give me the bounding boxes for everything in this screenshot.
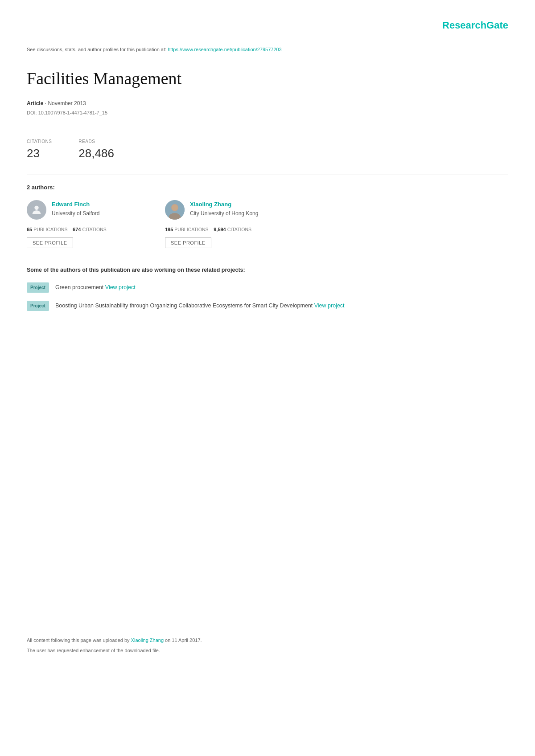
footer-text-after: on 11 April 2017. (164, 637, 202, 643)
publication-url[interactable]: https://www.researchgate.net/publication… (168, 47, 282, 52)
researchgate-logo: ResearchGate (442, 18, 508, 33)
project-item-0: Project Green procurement View project (27, 282, 508, 293)
related-projects-heading: Some of the authors of this publication … (27, 266, 508, 274)
reads-label: READS (78, 138, 114, 145)
article-date: November 2013 (48, 100, 86, 106)
author-top-1: Xiaoling Zhang City University of Hong K… (165, 200, 276, 220)
related-projects-section: Some of the authors of this publication … (27, 266, 508, 311)
author-name-0[interactable]: Edward Finch (52, 200, 99, 209)
citations-value: 23 (27, 145, 52, 162)
author-pub-count-0: 65 (27, 227, 32, 232)
author-affil-0: University of Salford (52, 209, 99, 217)
author-avatar-0 (27, 200, 46, 220)
project-text-1: Boosting Urban Sustainability through Or… (55, 302, 345, 310)
footer-text-before: All content following this page was uplo… (27, 637, 131, 643)
top-notice-text: See discussions, stats, and author profi… (27, 47, 168, 52)
reads-value: 28,486 (78, 145, 114, 162)
author-info-1: Xiaoling Zhang City University of Hong K… (190, 200, 258, 218)
author-cit-count-0: 674 (73, 227, 81, 232)
footer-disclaimer: The user has requested enhancement of th… (27, 647, 508, 654)
author-cit-label-1: CITATIONS (227, 227, 251, 232)
project-text-before-0: Green procurement (55, 284, 105, 290)
author-affil-1: City University of Hong Kong (190, 209, 258, 217)
article-meta: Article · November 2013 (27, 99, 508, 107)
project-badge-1: Project (27, 301, 49, 311)
author-avatar-1 (165, 200, 185, 220)
author-name-1[interactable]: Xiaoling Zhang (190, 200, 258, 209)
citations-block: CITATIONS 23 (27, 138, 52, 162)
authors-grid: Edward Finch University of Salford 65 PU… (27, 200, 508, 249)
project-text-before-1: Boosting Urban Sustainability through Or… (55, 302, 314, 309)
article-type: Article (27, 100, 43, 106)
author-pub-label-0: PUBLICATIONS (33, 227, 67, 232)
author-cit-count-1: 9,594 (214, 227, 226, 232)
person-icon (30, 204, 43, 216)
author-info-0: Edward Finch University of Salford (52, 200, 99, 218)
project-link-1[interactable]: View project (314, 302, 345, 309)
author-card-0: Edward Finch University of Salford 65 PU… (27, 200, 138, 249)
doi: DOI: 10.1007/978-1-4471-4781-7_15 (27, 109, 508, 117)
svg-point-4 (172, 204, 178, 211)
project-link-0[interactable]: View project (105, 284, 136, 290)
reads-block: READS 28,486 (78, 138, 114, 162)
footer-section: All content following this page was uplo… (27, 623, 508, 654)
author-card-1: Xiaoling Zhang City University of Hong K… (165, 200, 276, 249)
author-stats-0: 65 PUBLICATIONS 674 CITATIONS (27, 226, 138, 233)
page-title: Facilities Management (27, 66, 508, 91)
authors-section: 2 authors: Edward Finch University of Sa… (27, 183, 508, 248)
top-notice: See discussions, stats, and author profi… (27, 46, 508, 53)
avatar-photo-svg (165, 200, 185, 220)
stats-row: CITATIONS 23 READS 28,486 (27, 138, 508, 162)
footer-text: All content following this page was uplo… (27, 637, 508, 644)
project-item-1: Project Boosting Urban Sustainability th… (27, 301, 508, 311)
authors-heading: 2 authors: (27, 183, 508, 192)
author-cit-label-0: CITATIONS (82, 227, 106, 232)
author-stats-1: 195 PUBLICATIONS 9,594 CITATIONS (165, 226, 276, 233)
author-pub-count-1: 195 (165, 227, 173, 232)
citations-label: CITATIONS (27, 138, 52, 145)
divider-1 (27, 129, 508, 129)
divider-2 (27, 175, 508, 175)
author-top-0: Edward Finch University of Salford (27, 200, 138, 220)
footer-uploader-link[interactable]: Xiaoling Zhang (131, 637, 164, 643)
project-badge-0: Project (27, 282, 49, 293)
project-text-0: Green procurement View project (55, 283, 136, 292)
header: ResearchGate (27, 9, 508, 46)
svg-point-0 (34, 205, 38, 209)
author-pub-label-1: PUBLICATIONS (174, 227, 208, 232)
see-profile-button-1[interactable]: SEE PROFILE (165, 237, 211, 248)
see-profile-button-0[interactable]: SEE PROFILE (27, 237, 73, 248)
